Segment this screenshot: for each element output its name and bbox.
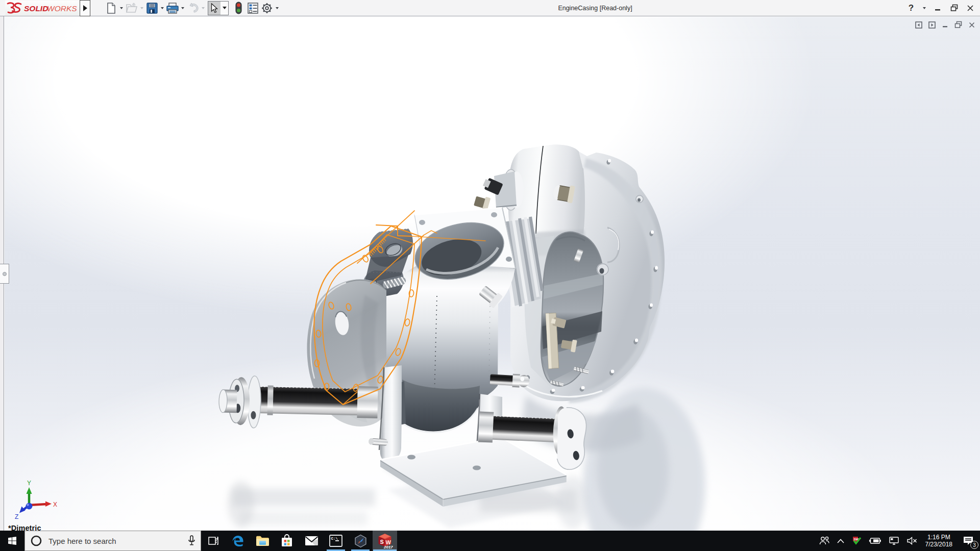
doc-close-icon [968, 21, 975, 29]
svg-text:2017: 2017 [383, 545, 393, 549]
windows-logo-icon [8, 536, 17, 545]
triad-x-label: X [53, 501, 57, 508]
document-window-controls [914, 20, 976, 29]
solidworks-app-icon: S W 2017 [377, 533, 393, 549]
mail-button[interactable] [299, 531, 324, 551]
edge-icon [231, 534, 244, 547]
cortana-icon [30, 535, 42, 547]
featuremanager-collapsed-tab[interactable] [0, 264, 9, 284]
doc-restore-button[interactable] [954, 20, 963, 29]
edge-button[interactable] [226, 531, 250, 551]
reference-triad: Y X Z [11, 479, 62, 530]
file-explorer-button[interactable] [250, 531, 275, 551]
doc-minimize-icon [942, 21, 949, 29]
previous-pane-icon [915, 21, 923, 29]
previous-pane-button[interactable] [914, 20, 923, 29]
people-button[interactable] [815, 531, 834, 551]
volume-tray[interactable] [903, 531, 921, 551]
command-prompt-button[interactable]: C:\ [324, 531, 348, 551]
task-view-icon [208, 535, 219, 546]
taskbar-apps: C:\ S W [201, 531, 397, 551]
windows-taskbar: Type here to search [0, 531, 980, 551]
microphone-icon[interactable] [188, 535, 195, 546]
doc-restore-icon [954, 21, 962, 29]
system-tray: SW [815, 531, 980, 551]
hexagon-utility-button[interactable] [348, 531, 373, 551]
search-placeholder: Type here to search [48, 537, 116, 545]
battery-tray[interactable] [865, 531, 885, 551]
base-pin [369, 438, 388, 446]
store-icon [281, 534, 293, 547]
notification-badge: 3 [970, 541, 978, 549]
next-pane-icon [928, 21, 936, 29]
action-center-button[interactable]: 3 [957, 531, 980, 551]
solidworks-monitor-tray[interactable]: SW [848, 531, 865, 551]
solidworks-taskbar-button[interactable]: S W 2017 [373, 531, 397, 551]
engine-casing-model [0, 0, 980, 551]
task-view-button[interactable] [201, 531, 226, 551]
screen: SOLID WORKS [0, 0, 980, 551]
tray-expand-button[interactable] [834, 531, 848, 551]
doc-close-button[interactable] [967, 20, 976, 29]
start-button[interactable] [0, 531, 24, 551]
mail-icon [305, 535, 318, 546]
file-explorer-icon [256, 535, 270, 547]
taskbar-search-input[interactable]: Type here to search [24, 531, 201, 551]
triad-y-label: Y [27, 480, 31, 487]
svg-text:C:\: C:\ [331, 537, 338, 541]
hexagon-utility-icon [354, 534, 368, 548]
tray-clock[interactable]: 1:16 PM 7/23/2018 [921, 534, 957, 548]
tray-date: 7/23/2018 [925, 541, 952, 548]
next-pane-button[interactable] [927, 20, 936, 29]
chevron-up-icon [837, 539, 844, 543]
network-tray[interactable] [885, 531, 903, 551]
people-icon [819, 536, 830, 546]
panel-tab-dot-icon [3, 272, 7, 276]
svg-text:S: S [380, 539, 384, 545]
store-button[interactable] [275, 531, 299, 551]
network-display-icon [888, 536, 899, 545]
tray-time: 1:16 PM [925, 534, 952, 541]
doc-minimize-button[interactable] [941, 20, 949, 29]
battery-icon [869, 537, 881, 544]
command-prompt-icon: C:\ [329, 535, 342, 547]
volume-muted-icon [906, 536, 918, 545]
solidworks-check-icon: SW [851, 536, 862, 546]
graphics-viewport[interactable]: *Dimetric Y X Z [5, 17, 980, 531]
triad-z-label: Z [15, 513, 18, 520]
